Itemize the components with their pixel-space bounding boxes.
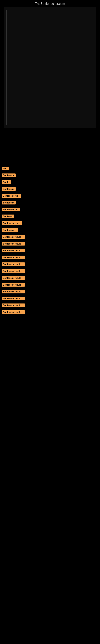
result-row-19: Bottleneck result <box>1 296 100 301</box>
result-badge-10: Bottleneck result <box>1 235 25 239</box>
main-chart-area <box>4 7 96 128</box>
result-row-2: Bottle <box>1 180 100 184</box>
result-badge-1: Bottleneck <box>1 174 16 177</box>
result-badge-14: Bottleneck result <box>1 262 25 266</box>
result-badge-13: Bottleneck result <box>1 256 25 259</box>
result-row-12: Bottleneck result <box>1 248 100 253</box>
result-row-5: Bottleneck <box>1 200 100 205</box>
result-row-0: Bott <box>1 166 100 171</box>
result-badge-0: Bott <box>1 167 9 170</box>
result-badge-19: Bottleneck result <box>1 297 25 300</box>
result-row-17: Bottleneck result <box>1 282 100 287</box>
result-badge-18: Bottleneck result <box>1 290 25 294</box>
cursor-line-area-2 <box>4 152 96 164</box>
result-badge-20: Bottleneck result <box>1 304 25 307</box>
result-badge-17: Bottleneck result <box>1 283 25 286</box>
result-badge-15: Bottleneck result <box>1 269 25 273</box>
result-badge-5: Bottleneck <box>1 201 16 204</box>
cursor-line-area <box>4 136 96 152</box>
result-row-9: Bottleneck r <box>1 228 100 232</box>
result-badge-8: Bottleneck resu <box>1 222 22 225</box>
result-badge-4: Bottleneck res <box>1 194 21 198</box>
result-row-15: Bottleneck result <box>1 269 100 273</box>
result-row-4: Bottleneck res <box>1 194 100 198</box>
x-axis <box>6 125 93 125</box>
result-badge-9: Bottleneck r <box>1 228 18 232</box>
result-row-16: Bottleneck result <box>1 276 100 280</box>
result-row-1: Bottleneck <box>1 173 100 178</box>
result-row-14: Bottleneck result <box>1 262 100 266</box>
result-badge-7: Bottlenec <box>1 214 14 218</box>
result-row-8: Bottleneck resu <box>1 221 100 226</box>
site-title: TheBottlenecker.com <box>0 0 100 7</box>
result-row-21: Bottleneck result <box>1 310 100 314</box>
y-axis <box>6 10 7 125</box>
result-row-20: Bottleneck result <box>1 303 100 308</box>
result-row-7: Bottlenec <box>1 214 100 218</box>
result-badge-6: Bottleneck re <box>1 208 20 211</box>
result-badge-21: Bottleneck result <box>1 310 25 314</box>
result-badge-2: Bottle <box>1 180 11 184</box>
result-badge-11: Bottleneck result <box>1 242 25 246</box>
result-row-10: Bottleneck result <box>1 235 100 239</box>
result-row-13: Bottleneck result <box>1 255 100 260</box>
results-section: Bott Bottleneck Bottle Bottleneck Bottle… <box>0 164 100 319</box>
result-badge-12: Bottleneck result <box>1 249 25 252</box>
result-row-18: Bottleneck result <box>1 290 100 294</box>
result-badge-16: Bottleneck result <box>1 276 25 280</box>
result-row-11: Bottleneck result <box>1 242 100 246</box>
result-row-3: Bottleneck <box>1 187 100 191</box>
result-badge-3: Bottleneck <box>1 187 16 191</box>
result-row-6: Bottleneck re <box>1 207 100 212</box>
